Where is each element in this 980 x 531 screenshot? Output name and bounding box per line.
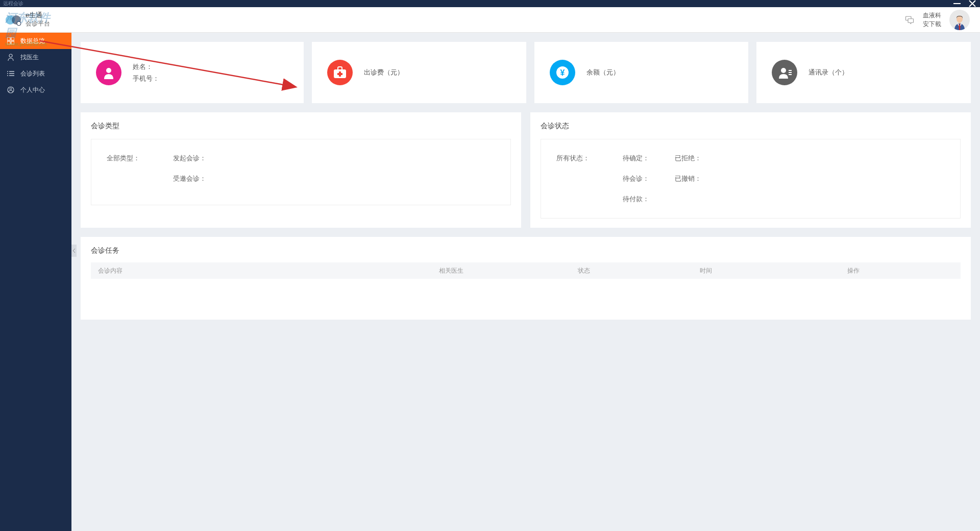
svg-rect-8 <box>7 37 10 40</box>
person-icon <box>96 60 121 85</box>
close-button[interactable] <box>965 0 980 7</box>
rejected-label: 已拒绝： <box>675 154 701 163</box>
svg-point-3 <box>17 21 21 26</box>
sidebar: 数据总览 找医生 会诊列表 个人中心 <box>0 33 71 531</box>
svg-point-27 <box>781 68 786 73</box>
logo-text-sub: 会诊平台 <box>26 19 50 28</box>
sidebar-item-label: 个人中心 <box>20 86 45 94</box>
consult-status-panel: 会诊状态 所有状态： 待确定： 已拒绝： 待会诊： 已撤销： 待付款： <box>530 112 971 228</box>
svg-point-12 <box>9 54 12 57</box>
user-info: 血液科 安下載 <box>923 11 941 29</box>
all-types-label: 全部类型： <box>107 154 148 163</box>
logo-icon <box>5 11 22 29</box>
cancelled-label: 已撤销： <box>675 174 701 183</box>
svg-rect-0 <box>953 3 961 4</box>
col-status: 状态 <box>578 267 700 275</box>
sidebar-item-find-doctor[interactable]: 找医生 <box>0 49 71 65</box>
user-dept: 血液科 <box>923 11 941 20</box>
initiate-label: 发起会诊： <box>173 154 206 163</box>
stat-card-balance: ¥ 余额（元） <box>534 42 749 103</box>
sidebar-item-label: 找医生 <box>20 53 39 62</box>
grid-icon <box>7 37 14 44</box>
stat-fee-label: 出诊费（元） <box>364 66 404 78</box>
panel-title: 会诊状态 <box>541 122 961 131</box>
stat-balance-label: 余额（元） <box>586 66 620 78</box>
yen-icon: ¥ <box>550 60 575 85</box>
window-titlebar: 远程会诊 <box>0 0 980 7</box>
col-content: 会诊内容 <box>91 267 439 275</box>
panel-title: 会诊类型 <box>91 122 511 131</box>
contacts-icon <box>772 60 797 85</box>
all-status-label: 所有状态： <box>556 154 597 163</box>
col-action: 操作 <box>847 267 961 275</box>
sidebar-item-label: 数据总览 <box>20 37 45 45</box>
stat-card-fee: 出诊费（元） <box>312 42 526 103</box>
col-time: 时间 <box>700 267 848 275</box>
stat-card-profile: 姓名： 手机号： <box>81 42 304 103</box>
svg-rect-24 <box>337 73 342 75</box>
stat-contacts-label: 通讯录（个） <box>808 66 848 78</box>
svg-point-21 <box>106 68 111 73</box>
stat-card-contacts: 通讯录（个） <box>756 42 971 103</box>
tasks-table-body <box>91 279 961 304</box>
consult-type-panel: 会诊类型 全部类型： 发起会诊： 受邀会诊： <box>81 112 521 228</box>
user-icon <box>7 86 14 93</box>
tasks-table-header: 会诊内容 相关医生 状态 时间 操作 <box>91 262 961 279</box>
sidebar-item-profile[interactable]: 个人中心 <box>0 82 71 98</box>
tasks-title: 会诊任务 <box>91 246 961 255</box>
stat-name-label: 姓名： <box>133 61 159 73</box>
collapse-handle[interactable] <box>71 245 77 257</box>
medkit-icon <box>327 60 353 85</box>
doctor-icon <box>7 54 14 61</box>
logo-area: 河东软件园 www.pc0359.cn e生通 会诊平台 <box>5 11 50 29</box>
avatar[interactable] <box>949 10 970 30</box>
chat-icon[interactable] <box>904 15 915 25</box>
col-doctor: 相关医生 <box>439 267 578 275</box>
sidebar-item-consult-list[interactable]: 会诊列表 <box>0 65 71 82</box>
minimize-button[interactable] <box>949 0 965 7</box>
list-icon <box>7 70 14 77</box>
payment-label: 待付款： <box>623 195 649 204</box>
window-title: 远程会诊 <box>3 0 23 7</box>
app-header: 河东软件园 www.pc0359.cn e生通 会诊平台 血液科 安下載 <box>0 7 980 33</box>
svg-point-6 <box>957 16 963 22</box>
pending-label: 待确定： <box>623 154 649 163</box>
logo-text-main: e生通 <box>26 11 50 19</box>
invited-label: 受邀会诊： <box>173 174 206 183</box>
svg-rect-10 <box>7 41 10 44</box>
svg-rect-11 <box>11 41 14 44</box>
svg-text:¥: ¥ <box>560 68 565 77</box>
svg-rect-9 <box>11 37 14 40</box>
sidebar-item-label: 会诊列表 <box>20 69 45 78</box>
user-name: 安下載 <box>923 20 941 29</box>
main-content: 姓名： 手机号： 出诊费（元） ¥ 余额（元） 通讯录（个 <box>71 33 980 531</box>
stat-phone-label: 手机号： <box>133 73 159 84</box>
svg-rect-7 <box>959 22 961 23</box>
tasks-panel: 会诊任务 会诊内容 相关医生 状态 时间 操作 <box>81 237 971 320</box>
svg-rect-5 <box>908 18 914 22</box>
waiting-label: 待会诊： <box>623 174 649 183</box>
sidebar-item-overview[interactable]: 数据总览 <box>0 33 71 49</box>
svg-point-20 <box>10 88 12 90</box>
